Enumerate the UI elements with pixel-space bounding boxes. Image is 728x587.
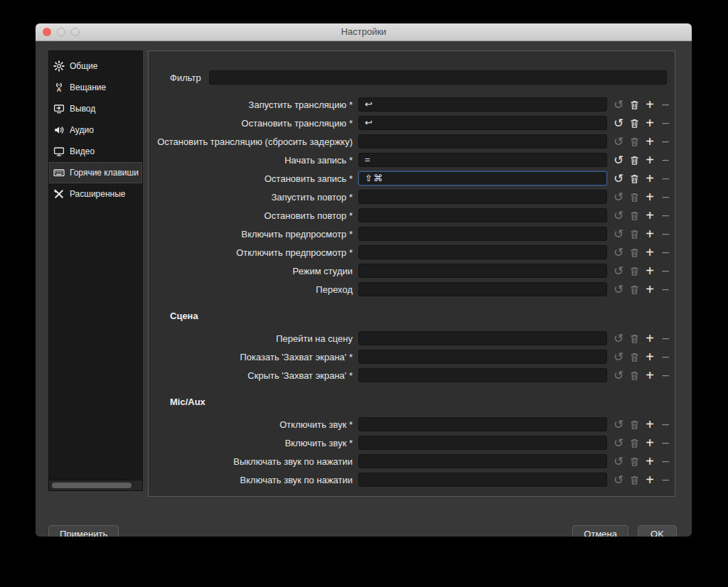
plus-icon[interactable]: + <box>642 368 658 382</box>
trash-icon[interactable] <box>626 473 642 487</box>
minus-icon[interactable]: − <box>658 208 673 222</box>
hotkey-input[interactable] <box>358 331 607 345</box>
sidebar-item-вещание[interactable]: AВещание <box>49 77 142 98</box>
zoom-button-icon[interactable] <box>71 28 80 36</box>
revert-icon[interactable]: ↺ <box>611 417 626 431</box>
revert-icon[interactable]: ↺ <box>611 245 626 259</box>
filter-input[interactable] <box>209 70 667 85</box>
revert-icon[interactable]: ↺ <box>611 227 626 241</box>
trash-icon[interactable] <box>626 227 642 241</box>
trash-icon[interactable] <box>626 417 642 431</box>
cancel-button[interactable]: Отмена <box>572 525 628 537</box>
plus-icon[interactable]: + <box>642 245 658 259</box>
trash-icon[interactable] <box>626 208 642 222</box>
trash-icon[interactable] <box>626 171 642 185</box>
plus-icon[interactable]: + <box>642 350 658 364</box>
revert-icon[interactable]: ↺ <box>611 208 626 222</box>
hotkey-input[interactable] <box>358 436 607 450</box>
revert-icon[interactable]: ↺ <box>611 473 626 487</box>
sidebar-item-видео[interactable]: Видео <box>49 141 142 162</box>
minimize-button-icon[interactable] <box>57 28 65 36</box>
minus-icon[interactable]: − <box>658 190 673 204</box>
trash-icon[interactable] <box>626 454 642 468</box>
hotkey-input[interactable] <box>358 245 607 259</box>
trash-icon[interactable] <box>626 190 642 204</box>
trash-icon[interactable] <box>626 264 642 278</box>
revert-icon[interactable]: ↺ <box>611 368 626 382</box>
revert-icon[interactable]: ↺ <box>611 331 626 345</box>
revert-icon[interactable]: ↺ <box>611 134 626 149</box>
plus-icon[interactable]: + <box>642 264 658 278</box>
revert-icon[interactable]: ↺ <box>611 350 626 364</box>
minus-icon[interactable]: − <box>658 116 673 130</box>
minus-icon[interactable]: − <box>658 368 673 382</box>
hotkey-input[interactable] <box>358 208 607 222</box>
plus-icon[interactable]: + <box>642 134 658 149</box>
minus-icon[interactable]: − <box>658 282 673 296</box>
hotkey-input[interactable]: ⇧⌘ <box>358 171 607 185</box>
sidebar-item-аудио[interactable]: Аудио <box>49 119 142 141</box>
trash-icon[interactable] <box>626 97 642 112</box>
trash-icon[interactable] <box>626 350 642 364</box>
sidebar-item-общие[interactable]: Общие <box>49 55 142 77</box>
plus-icon[interactable]: + <box>642 97 658 112</box>
plus-icon[interactable]: + <box>642 282 658 296</box>
hotkey-input[interactable] <box>358 264 607 278</box>
hotkey-input[interactable] <box>358 368 607 382</box>
sidebar-horizontal-scrollbar[interactable] <box>49 480 142 490</box>
sidebar-item-горячие-клавиши[interactable]: Горячие клавиши <box>49 162 142 183</box>
trash-icon[interactable] <box>626 116 642 130</box>
hotkey-input[interactable]: = <box>358 153 607 167</box>
hotkey-input[interactable]: ↩ <box>358 97 607 112</box>
plus-icon[interactable]: + <box>642 417 658 431</box>
trash-icon[interactable] <box>626 368 642 382</box>
scrollbar-thumb[interactable] <box>52 483 132 488</box>
minus-icon[interactable]: − <box>658 454 673 468</box>
revert-icon[interactable]: ↺ <box>611 116 626 130</box>
hotkey-input[interactable]: ↩ <box>358 116 607 130</box>
plus-icon[interactable]: + <box>642 473 658 487</box>
minus-icon[interactable]: − <box>658 134 673 149</box>
revert-icon[interactable]: ↺ <box>611 454 626 468</box>
minus-icon[interactable]: − <box>658 227 673 241</box>
hotkey-input[interactable] <box>358 473 607 487</box>
plus-icon[interactable]: + <box>642 436 658 450</box>
plus-icon[interactable]: + <box>642 116 658 130</box>
revert-icon[interactable]: ↺ <box>611 190 626 204</box>
sidebar-item-расширенные[interactable]: Расширенные <box>49 183 142 205</box>
plus-icon[interactable]: + <box>642 153 658 167</box>
close-button-icon[interactable] <box>43 28 51 36</box>
minus-icon[interactable]: − <box>658 264 673 278</box>
revert-icon[interactable]: ↺ <box>611 171 626 185</box>
minus-icon[interactable]: − <box>658 171 673 185</box>
hotkey-input[interactable] <box>358 227 607 241</box>
revert-icon[interactable]: ↺ <box>611 153 626 167</box>
minus-icon[interactable]: − <box>658 473 673 487</box>
minus-icon[interactable]: − <box>658 331 673 345</box>
hotkey-input[interactable] <box>358 454 607 468</box>
trash-icon[interactable] <box>626 134 642 149</box>
plus-icon[interactable]: + <box>642 227 658 241</box>
revert-icon[interactable]: ↺ <box>611 97 626 112</box>
plus-icon[interactable]: + <box>642 454 658 468</box>
minus-icon[interactable]: − <box>658 97 673 112</box>
trash-icon[interactable] <box>626 245 642 259</box>
minus-icon[interactable]: − <box>658 417 673 431</box>
trash-icon[interactable] <box>626 331 642 345</box>
minus-icon[interactable]: − <box>658 245 673 259</box>
trash-icon[interactable] <box>626 436 642 450</box>
minus-icon[interactable]: − <box>658 350 673 364</box>
revert-icon[interactable]: ↺ <box>611 264 626 278</box>
minus-icon[interactable]: − <box>658 436 673 450</box>
plus-icon[interactable]: + <box>642 208 658 222</box>
plus-icon[interactable]: + <box>642 190 658 204</box>
trash-icon[interactable] <box>626 282 642 296</box>
sidebar-item-вывод[interactable]: Вывод <box>49 98 142 119</box>
minus-icon[interactable]: − <box>658 153 673 167</box>
title-bar[interactable]: Настройки <box>36 23 692 41</box>
hotkey-input[interactable] <box>358 350 607 364</box>
hotkey-input[interactable] <box>358 417 607 431</box>
hotkey-input[interactable] <box>358 134 607 149</box>
hotkey-input[interactable] <box>358 190 607 204</box>
revert-icon[interactable]: ↺ <box>611 436 626 450</box>
